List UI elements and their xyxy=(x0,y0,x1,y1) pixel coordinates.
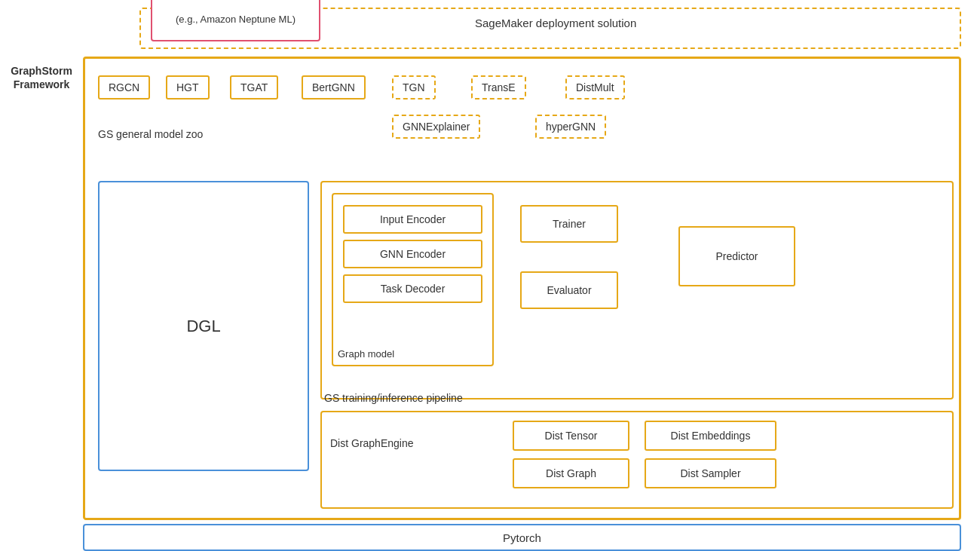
trainer-box: Trainer xyxy=(520,205,618,243)
model-transe: TransE xyxy=(471,75,526,99)
dgl-label: DGL xyxy=(186,317,220,336)
dist-sampler-box: Dist Sampler xyxy=(645,458,776,488)
dist-section-box xyxy=(320,411,954,509)
model-zoo-label: GS general model zoo xyxy=(98,128,203,140)
predictor-box: Predictor xyxy=(678,226,795,286)
gnn-encoder-box: GNN Encoder xyxy=(343,240,482,268)
model-distmult: DistMult xyxy=(565,75,625,99)
graphstorm-framework-label: GraphStormFramework xyxy=(8,64,75,91)
model-tgat: TGAT xyxy=(230,75,278,99)
model-bertgnn: BertGNN xyxy=(302,75,366,99)
model-tgn: TGN xyxy=(392,75,436,99)
model-hypergnn: hyperGNN xyxy=(535,115,606,139)
graph-model-label: Graph model xyxy=(338,348,394,360)
dist-embeddings-label: Dist Embeddings xyxy=(671,430,751,442)
pytorch-label: Pytorch xyxy=(503,531,541,544)
neptune-label: (e.g., Amazon Neptune ML) xyxy=(176,14,296,25)
neptune-box: (e.g., Amazon Neptune ML) xyxy=(151,0,320,41)
evaluator-box: Evaluator xyxy=(520,271,618,309)
dist-graph-box: Dist Graph xyxy=(513,458,629,488)
pytorch-box: Pytorch xyxy=(83,524,961,551)
dist-embeddings-box: Dist Embeddings xyxy=(645,421,776,451)
dist-sampler-label: Dist Sampler xyxy=(680,467,740,479)
gnn-encoder-label: GNN Encoder xyxy=(380,248,446,260)
task-decoder-box: Task Decoder xyxy=(343,274,482,303)
model-rgcn: RGCN xyxy=(98,75,150,99)
sagemaker-label: SageMaker deployment solution xyxy=(475,17,636,29)
input-encoder-label: Input Encoder xyxy=(380,213,446,225)
dist-tensor-box: Dist Tensor xyxy=(513,421,629,451)
model-gnnexplainer: GNNExplainer xyxy=(392,115,480,139)
diagram-container: SageMaker deployment solution (e.g., Ama… xyxy=(0,0,980,551)
pipeline-label: GS training/inference pipeline xyxy=(324,392,463,404)
evaluator-label: Evaluator xyxy=(547,284,591,296)
dgl-box: DGL xyxy=(98,181,309,471)
trainer-label: Trainer xyxy=(553,218,586,230)
input-encoder-box: Input Encoder xyxy=(343,205,482,234)
task-decoder-label: Task Decoder xyxy=(381,283,446,295)
dist-tensor-label: Dist Tensor xyxy=(545,430,598,442)
dist-engine-label: Dist GraphEngine xyxy=(330,437,414,449)
dist-graph-label: Dist Graph xyxy=(546,467,596,479)
model-hgt: HGT xyxy=(166,75,210,99)
predictor-label: Predictor xyxy=(715,250,758,262)
